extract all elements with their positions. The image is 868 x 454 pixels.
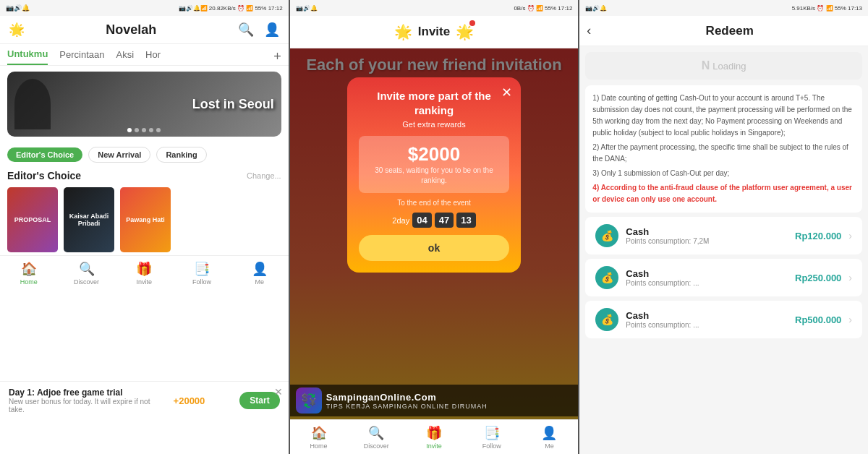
hero-title: Lost in Seoul <box>192 97 274 112</box>
discover-label: Discover <box>74 278 99 286</box>
editors-choice-tag[interactable]: Editor's Choice <box>7 147 82 162</box>
home-label: Home <box>20 278 38 286</box>
watermark-logo: 💱 <box>296 387 322 414</box>
nav-follow[interactable]: 📑 Follow <box>173 261 231 286</box>
modal-close-button[interactable]: ✕ <box>501 85 512 100</box>
coin-left-icon: 🌟 <box>394 23 412 40</box>
tabs-bar: Untukmu Percintaan Aksi Hor + <box>0 44 289 66</box>
app-title: Novelah <box>106 22 156 38</box>
redeem-info-2: Cash Points consumption: ... <box>626 268 788 287</box>
nav-invite[interactable]: 🎁 Invite <box>115 261 173 286</box>
hero-dots <box>127 128 161 132</box>
dot-5 <box>156 128 161 132</box>
redeem-info-3: Cash Points consumption: ... <box>626 310 788 329</box>
book-1[interactable]: PROPOSAL <box>7 187 58 252</box>
invite-icon: 🎁 <box>136 261 152 277</box>
ranking-tag[interactable]: Ranking <box>156 147 206 163</box>
books-row: PROPOSAL Kaisar Abadi Pribadi Pawang Hat… <box>0 184 289 255</box>
loading-indicator: N Loading <box>585 52 862 80</box>
modal-timer: 2day 04 47 13 <box>359 213 509 228</box>
home2-label: Home <box>310 442 328 450</box>
user-icon[interactable]: 👤 <box>264 22 280 38</box>
nav-icons: 🔍 👤 <box>238 22 280 38</box>
section-tags: Editor's Choice New Arrival Ranking <box>0 142 289 167</box>
book-2-cover: Kaisar Abadi Pribadi <box>64 187 114 252</box>
tab-more-button[interactable]: + <box>273 49 281 64</box>
nav2-follow[interactable]: 📑 Follow <box>463 425 521 450</box>
hero-banner[interactable]: Lost in Seoul <box>7 72 281 137</box>
book-2[interactable]: Kaisar Abadi Pribadi <box>64 187 114 252</box>
nav-home[interactable]: 🏠 Home <box>0 261 58 286</box>
redeem-rule-4: 4) According to the anti-fraud clause of… <box>592 182 855 205</box>
notif-subtitle: New user bonus for today. It will expire… <box>9 398 168 414</box>
hero-silhouette <box>14 79 51 129</box>
redeem-title: Redeem <box>598 24 861 38</box>
bottom-nav-1: 🏠 Home 🔍 Discover 🎁 Invite 📑 Follow 👤 Me <box>0 255 289 290</box>
panel-invite: 📷🔊🔔 0B/s ⏰ 📶 55% 17:12 🌟 Invite 🌟 Each o… <box>290 0 579 454</box>
modal-ok-button[interactable]: ok <box>359 235 509 261</box>
notif-bonus: +20000 <box>174 395 205 406</box>
back-button[interactable]: ‹ <box>587 23 591 38</box>
redeem-item-1[interactable]: 💰 Cash Points consumption: 7,2M Rp120.00… <box>585 217 862 254</box>
discover2-icon: 🔍 <box>368 425 384 441</box>
redeem-pts-3: Points consumption: ... <box>626 321 788 329</box>
coin-right-icon: 🌟 <box>456 23 474 40</box>
section-title: Editor's Choice <box>7 170 81 181</box>
tab-untukmu[interactable]: Untukmu <box>7 48 48 65</box>
redeem-amount-3: Rp500.000 <box>795 314 841 325</box>
redeem-pts-1: Points consumption: 7,2M <box>626 237 788 245</box>
nav-me[interactable]: 👤 Me <box>231 261 289 286</box>
redeem-amount-2: Rp250.000 <box>795 273 841 283</box>
status-left: 📷🔊🔔 <box>6 4 30 12</box>
modal-subtitle: Get extra rewards <box>359 120 509 129</box>
status-bar-3: 📷🔊🔔 5.91KB/s ⏰ 📶 55% 17:13 <box>579 0 868 16</box>
panel-novelah: 📷🔊🔔 📷🔊🔔📶 20.82KB/s ⏰ 📶 55% 17:12 🌟 Novel… <box>0 0 289 454</box>
nav2-invite[interactable]: 🎁 Invite <box>405 425 463 450</box>
watermark-subtitle: Tips Kerja Sampingan Online Dirumah <box>326 403 488 410</box>
tab-hor[interactable]: Hor <box>145 49 161 64</box>
book-3[interactable]: Pawang Hati <box>120 187 171 252</box>
invite-header: 🌟 Invite 🌟 <box>290 16 579 48</box>
modal-event-label: To the end of the event <box>359 199 509 207</box>
status-right-2: 0B/s ⏰ 📶 55% 17:12 <box>514 5 572 12</box>
notif-text: Day 1: Adjoe free game trial New user bo… <box>9 387 168 414</box>
book-3-cover: Pawang Hati <box>120 187 171 252</box>
search-icon[interactable]: 🔍 <box>238 22 254 38</box>
redeem-rule-1: 1) Date counting of getting Cash-Out to … <box>592 93 855 139</box>
section-header: Editor's Choice Change... <box>0 167 289 184</box>
notification-bar: ✕ Day 1: Adjoe free game trial New user … <box>0 381 289 419</box>
redeem-label-2: Cash <box>626 268 788 279</box>
invite2-icon: 🎁 <box>426 425 442 441</box>
redeem-rule-3: 3) Only 1 submission of Cash-Out per day… <box>592 168 855 179</box>
follow-icon: 📑 <box>194 261 210 277</box>
section-change[interactable]: Change... <box>247 171 281 180</box>
follow2-label: Follow <box>482 442 501 450</box>
tab-percintaan[interactable]: Percintaan <box>59 49 104 64</box>
watermark: 💱 SampinganOnline.Com Tips Kerja Samping… <box>290 385 579 416</box>
invite-title: Invite <box>418 25 450 39</box>
nav2-discover[interactable]: 🔍 Discover <box>347 425 405 450</box>
nav2-me[interactable]: 👤 Me <box>521 425 579 450</box>
coin-badge: 🌟 <box>9 22 25 38</box>
timer-minutes: 47 <box>435 213 454 228</box>
redeem-item-2[interactable]: 💰 Cash Points consumption: ... Rp250.000… <box>585 259 862 296</box>
nav2-home[interactable]: 🏠 Home <box>290 425 348 450</box>
tab-aksi[interactable]: Aksi <box>116 49 135 64</box>
book-1-cover: PROPOSAL <box>7 187 58 252</box>
panel-redeem: 📷🔊🔔 5.91KB/s ⏰ 📶 55% 17:13 ‹ Redeem N Lo… <box>579 0 868 454</box>
notif-close-button[interactable]: ✕ <box>274 386 283 398</box>
dot-4 <box>149 128 153 132</box>
redeem-chevron-2: › <box>848 272 852 283</box>
me-label: Me <box>255 278 265 286</box>
redeem-icon-3: 💰 <box>595 308 618 331</box>
dot-3 <box>142 128 146 132</box>
redeem-label-1: Cash <box>626 226 788 237</box>
new-arrival-tag[interactable]: New Arrival <box>88 147 150 163</box>
status-icons-3: 📷🔊🔔 <box>585 5 607 12</box>
redeem-chevron-3: › <box>848 314 852 325</box>
timer-days-label: 2day <box>392 216 409 225</box>
modal-box: ✕ Invite more part of the ranking Get ex… <box>347 77 521 273</box>
redeem-header: ‹ Redeem <box>579 16 868 46</box>
nav-discover[interactable]: 🔍 Discover <box>58 261 116 286</box>
redeem-item-3[interactable]: 💰 Cash Points consumption: ... Rp500.000… <box>585 301 862 338</box>
